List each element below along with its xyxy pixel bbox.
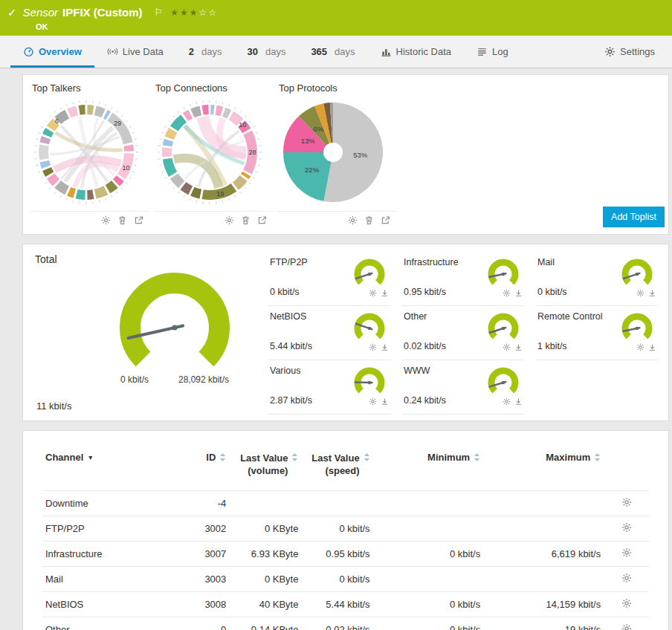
gauge-settings-button[interactable] — [503, 343, 511, 351]
channel-row-netbios[interactable]: NetBIOS300840 KByte5.44 kbit/s0 kbit/s14… — [42, 592, 649, 617]
top-connections-chart-area[interactable]: 102819 — [154, 97, 265, 208]
top-protocols-chart-area[interactable]: 53%22%13%6% — [277, 97, 389, 208]
cell-channel[interactable]: Downtime — [42, 491, 163, 516]
channel-row-other[interactable]: Other00.14 KByte0.02 kbit/s0 kbit/s19 kb… — [42, 617, 649, 630]
toplist-open-button[interactable] — [134, 215, 143, 225]
tab-30-days-number: 30 — [247, 46, 257, 57]
settings-gear-icon — [604, 46, 616, 57]
table-header-row: Channel ▾ ID Last Value — [42, 440, 649, 491]
column-header-last-value-volume[interactable]: Last Value (volume) — [229, 440, 301, 491]
gear-icon — [503, 397, 511, 406]
toplist-title: Top Connections — [155, 82, 273, 94]
volume-header-line2: (volume) — [248, 464, 288, 477]
gear-icon — [369, 397, 377, 406]
channel-row-downtime[interactable]: Downtime-4 — [42, 491, 649, 516]
cell-channel[interactable]: Mail — [42, 567, 163, 592]
toplist-settings-button[interactable] — [348, 215, 358, 225]
tab-30-days[interactable]: 30 days — [234, 36, 298, 68]
donut-hole — [323, 143, 343, 162]
maximum-header-label: Maximum — [546, 452, 590, 463]
top-talkers-chart-area[interactable]: 29106 — [30, 97, 142, 208]
star-filled-icon: ★ — [190, 7, 199, 18]
column-header-channel[interactable]: Channel ▾ — [42, 440, 163, 491]
cell-minimum: 0 kbit/s — [373, 592, 484, 617]
sort-direction-caret: ▾ — [88, 453, 92, 461]
gauge-cell-various: Various2.87 kbit/s — [268, 360, 390, 415]
download-icon — [381, 397, 389, 406]
gauge-download-button[interactable] — [381, 343, 389, 351]
column-header-maximum[interactable]: Maximum — [483, 440, 604, 491]
gauge-settings-button[interactable] — [369, 289, 377, 297]
channel-gauge-value: 5.44 kbit/s — [270, 341, 312, 351]
toplist-talkers-footer — [30, 211, 149, 225]
gauge-remote-control — [616, 310, 658, 345]
gauge-icons — [503, 343, 524, 351]
tab-historic-data[interactable]: Historic Data — [368, 36, 464, 68]
channel-gauge-name: Other — [404, 311, 446, 322]
toplist-settings-button[interactable] — [224, 215, 234, 225]
channel-row-infrastructure[interactable]: Infrastructure30076.93 KByte0.95 kbit/s0… — [42, 542, 649, 567]
total-gauge-block: Total 0 kbit/s 28,092 kbit/s 11 kbit/s — [33, 252, 256, 415]
tab-30-days-unit: days — [265, 46, 285, 57]
channel-settings-button[interactable] — [621, 598, 632, 608]
toplist-top-talkers: Top Talkers 29106 — [30, 82, 149, 225]
add-toplist-button[interactable]: Add Toplist — [603, 207, 665, 227]
cell-channel[interactable]: Other — [42, 617, 163, 630]
channel-settings-button[interactable] — [621, 497, 632, 507]
gear-icon — [621, 623, 632, 630]
channel-row-mail[interactable]: Mail30030 KByte0 kbit/s — [42, 567, 649, 592]
gauge-download-button[interactable] — [648, 289, 656, 297]
tab-settings[interactable]: Settings — [592, 36, 668, 68]
gauge-download-button[interactable] — [381, 397, 389, 406]
gauge-netbios — [349, 310, 390, 345]
gauge-settings-button[interactable] — [636, 289, 644, 297]
gauge-download-button[interactable] — [381, 289, 389, 297]
channels-table-card: Channel ▾ ID Last Value — [22, 430, 669, 630]
toplist-open-button[interactable] — [381, 215, 390, 225]
toplist-settings-button[interactable] — [101, 215, 111, 225]
priority-flag-icon[interactable]: ⚐ — [155, 5, 164, 20]
channels-table: Channel ▾ ID Last Value — [42, 440, 649, 630]
tab-365-days[interactable]: 365 days — [298, 36, 367, 68]
column-header-last-value-speed[interactable]: Last Value (speed) — [301, 440, 372, 491]
column-header-id[interactable]: ID — [163, 440, 229, 491]
gauge-download-button[interactable] — [514, 397, 523, 406]
cell-channel[interactable]: Infrastructure — [42, 542, 163, 567]
channel-settings-button[interactable] — [621, 522, 632, 533]
column-header-minimum[interactable]: Minimum — [373, 440, 484, 491]
toplist-delete-button[interactable] — [364, 215, 374, 225]
cell-channel[interactable]: FTP/P2P — [42, 516, 163, 542]
gauge-settings-button[interactable] — [369, 343, 377, 351]
cell-id: 3007 — [163, 542, 229, 567]
toplist-open-button[interactable] — [257, 215, 267, 225]
gauge-download-button[interactable] — [648, 343, 656, 351]
cell-channel[interactable]: NetBIOS — [42, 592, 163, 617]
gauge-download-button[interactable] — [514, 343, 523, 351]
trash-icon — [364, 215, 374, 225]
tab-log[interactable]: Log — [464, 36, 521, 68]
channel-settings-button[interactable] — [621, 573, 632, 583]
channel-settings-button[interactable] — [621, 623, 632, 630]
tab-historic-data-label: Historic Data — [396, 46, 451, 57]
cell-maximum — [483, 491, 604, 516]
gauge-cell-other: Other0.02 kbit/s — [402, 306, 524, 360]
tab-overview[interactable]: Overview — [10, 36, 94, 68]
toplist-delete-button[interactable] — [241, 215, 251, 225]
minimum-header-label: Minimum — [427, 452, 470, 463]
channel-row-ftp-p2p[interactable]: FTP/P2P30020 KByte0 kbit/s — [42, 516, 649, 542]
toplist-delete-button[interactable] — [117, 215, 127, 225]
tab-2-days[interactable]: 2 days — [176, 36, 235, 68]
gauge-icons — [369, 289, 390, 297]
speed-header-line1: Last Value — [311, 452, 359, 464]
cell-actions — [604, 617, 649, 630]
gauge-settings-button[interactable] — [636, 343, 644, 351]
sensor-title-row: ✓ Sensor IPFIX (Custom) ⚐ ★★★☆☆ — [7, 5, 665, 20]
tab-live-data[interactable]: Live Data — [94, 36, 176, 68]
gauge-download-button[interactable] — [514, 289, 523, 297]
channel-settings-button[interactable] — [621, 548, 632, 558]
priority-stars[interactable]: ★★★☆☆ — [170, 5, 218, 20]
gauge-settings-button[interactable] — [369, 397, 377, 406]
cell-actions — [604, 592, 649, 617]
gauge-settings-button[interactable] — [503, 289, 511, 297]
gauge-settings-button[interactable] — [503, 397, 511, 406]
